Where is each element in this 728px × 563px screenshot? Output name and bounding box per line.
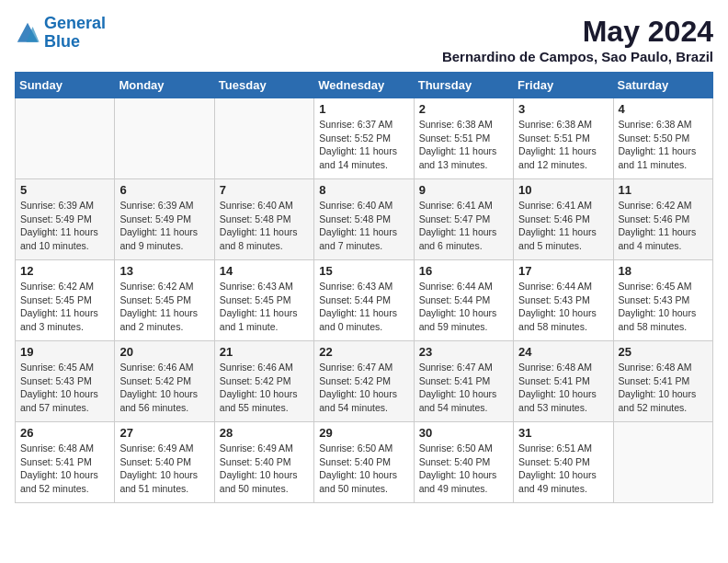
day-number: 15 [319,264,408,278]
day-number: 9 [419,183,508,197]
day-info: Sunrise: 6:42 AM Sunset: 5:45 PM Dayligh… [20,280,109,334]
day-info: Sunrise: 6:43 AM Sunset: 5:44 PM Dayligh… [319,280,408,334]
day-info: Sunrise: 6:51 AM Sunset: 5:40 PM Dayligh… [518,442,608,496]
calendar-cell: 26Sunrise: 6:48 AM Sunset: 5:41 PM Dayli… [16,422,115,503]
day-info: Sunrise: 6:38 AM Sunset: 5:51 PM Dayligh… [419,118,508,172]
header-cell-thursday: Thursday [414,73,513,98]
day-number: 25 [619,345,708,359]
page-header: General Blue May 2024 Bernardino de Camp… [15,15,713,64]
day-info: Sunrise: 6:41 AM Sunset: 5:46 PM Dayligh… [518,199,608,253]
day-info: Sunrise: 6:39 AM Sunset: 5:49 PM Dayligh… [20,199,109,253]
day-info: Sunrise: 6:50 AM Sunset: 5:40 PM Dayligh… [319,442,408,496]
day-info: Sunrise: 6:40 AM Sunset: 5:48 PM Dayligh… [220,199,309,253]
month-title: May 2024 [442,15,713,49]
day-number: 26 [20,426,109,440]
day-number: 12 [20,264,109,278]
day-number: 6 [119,183,209,197]
calendar-cell: 4Sunrise: 6:38 AM Sunset: 5:50 PM Daylig… [613,98,712,179]
day-number: 27 [119,426,209,440]
day-info: Sunrise: 6:45 AM Sunset: 5:43 PM Dayligh… [20,361,109,415]
calendar-cell: 2Sunrise: 6:38 AM Sunset: 5:51 PM Daylig… [414,98,513,179]
day-number: 7 [220,183,309,197]
calendar-cell: 17Sunrise: 6:44 AM Sunset: 5:43 PM Dayli… [514,260,613,341]
day-info: Sunrise: 6:49 AM Sunset: 5:40 PM Dayligh… [220,442,309,496]
header-cell-saturday: Saturday [613,73,712,98]
calendar-cell: 13Sunrise: 6:42 AM Sunset: 5:45 PM Dayli… [115,260,214,341]
day-info: Sunrise: 6:44 AM Sunset: 5:44 PM Dayligh… [419,280,508,334]
logo-icon [15,20,40,46]
day-info: Sunrise: 6:44 AM Sunset: 5:43 PM Dayligh… [518,280,608,334]
day-number: 2 [419,102,508,116]
calendar-week-row: 26Sunrise: 6:48 AM Sunset: 5:41 PM Dayli… [16,422,713,503]
day-info: Sunrise: 6:45 AM Sunset: 5:43 PM Dayligh… [619,280,708,334]
calendar-cell: 8Sunrise: 6:40 AM Sunset: 5:48 PM Daylig… [314,179,414,260]
location-title: Bernardino de Campos, Sao Paulo, Brazil [442,49,713,64]
day-number: 17 [518,264,608,278]
day-number: 19 [20,345,109,359]
day-info: Sunrise: 6:37 AM Sunset: 5:52 PM Dayligh… [319,118,408,172]
calendar-cell: 1Sunrise: 6:37 AM Sunset: 5:52 PM Daylig… [314,98,414,179]
header-cell-monday: Monday [115,73,214,98]
day-number: 30 [419,426,508,440]
logo: General Blue [15,15,106,52]
calendar-cell: 14Sunrise: 6:43 AM Sunset: 5:45 PM Dayli… [214,260,313,341]
day-info: Sunrise: 6:42 AM Sunset: 5:45 PM Dayligh… [119,280,209,334]
calendar-cell: 16Sunrise: 6:44 AM Sunset: 5:44 PM Dayli… [414,260,513,341]
calendar-cell: 9Sunrise: 6:41 AM Sunset: 5:47 PM Daylig… [414,179,513,260]
calendar-cell [115,98,214,179]
calendar-cell: 23Sunrise: 6:47 AM Sunset: 5:41 PM Dayli… [414,341,513,422]
day-info: Sunrise: 6:49 AM Sunset: 5:40 PM Dayligh… [119,442,209,496]
header-cell-friday: Friday [514,73,613,98]
calendar-week-row: 5Sunrise: 6:39 AM Sunset: 5:49 PM Daylig… [16,179,713,260]
day-number: 20 [119,345,209,359]
calendar-cell: 31Sunrise: 6:51 AM Sunset: 5:40 PM Dayli… [514,422,613,503]
day-info: Sunrise: 6:42 AM Sunset: 5:46 PM Dayligh… [619,199,708,253]
day-number: 23 [419,345,508,359]
day-info: Sunrise: 6:46 AM Sunset: 5:42 PM Dayligh… [220,361,309,415]
day-info: Sunrise: 6:43 AM Sunset: 5:45 PM Dayligh… [220,280,309,334]
title-block: May 2024 Bernardino de Campos, Sao Paulo… [442,15,713,64]
calendar-cell: 19Sunrise: 6:45 AM Sunset: 5:43 PM Dayli… [16,341,115,422]
day-info: Sunrise: 6:39 AM Sunset: 5:49 PM Dayligh… [119,199,209,253]
day-number: 18 [619,264,708,278]
calendar-cell [16,98,115,179]
calendar-cell [613,422,712,503]
day-number: 10 [518,183,608,197]
calendar-cell: 29Sunrise: 6:50 AM Sunset: 5:40 PM Dayli… [314,422,414,503]
calendar-cell: 30Sunrise: 6:50 AM Sunset: 5:40 PM Dayli… [414,422,513,503]
calendar-table: SundayMondayTuesdayWednesdayThursdayFrid… [15,72,713,503]
header-cell-tuesday: Tuesday [214,73,313,98]
calendar-cell: 18Sunrise: 6:45 AM Sunset: 5:43 PM Dayli… [613,260,712,341]
day-info: Sunrise: 6:46 AM Sunset: 5:42 PM Dayligh… [119,361,209,415]
calendar-cell: 20Sunrise: 6:46 AM Sunset: 5:42 PM Dayli… [115,341,214,422]
calendar-cell: 28Sunrise: 6:49 AM Sunset: 5:40 PM Dayli… [214,422,313,503]
calendar-week-row: 1Sunrise: 6:37 AM Sunset: 5:52 PM Daylig… [16,98,713,179]
header-cell-sunday: Sunday [16,73,115,98]
calendar-week-row: 12Sunrise: 6:42 AM Sunset: 5:45 PM Dayli… [16,260,713,341]
day-number: 4 [619,102,708,116]
calendar-cell: 10Sunrise: 6:41 AM Sunset: 5:46 PM Dayli… [514,179,613,260]
calendar-cell: 3Sunrise: 6:38 AM Sunset: 5:51 PM Daylig… [514,98,613,179]
calendar-header-row: SundayMondayTuesdayWednesdayThursdayFrid… [16,73,713,98]
day-number: 5 [20,183,109,197]
logo-text: General Blue [44,15,106,52]
day-number: 31 [518,426,608,440]
day-info: Sunrise: 6:38 AM Sunset: 5:51 PM Dayligh… [518,118,608,172]
calendar-cell: 15Sunrise: 6:43 AM Sunset: 5:44 PM Dayli… [314,260,414,341]
calendar-cell: 5Sunrise: 6:39 AM Sunset: 5:49 PM Daylig… [16,179,115,260]
day-info: Sunrise: 6:47 AM Sunset: 5:41 PM Dayligh… [419,361,508,415]
day-number: 13 [119,264,209,278]
day-info: Sunrise: 6:48 AM Sunset: 5:41 PM Dayligh… [518,361,608,415]
day-info: Sunrise: 6:50 AM Sunset: 5:40 PM Dayligh… [419,442,508,496]
calendar-cell: 12Sunrise: 6:42 AM Sunset: 5:45 PM Dayli… [16,260,115,341]
calendar-cell: 27Sunrise: 6:49 AM Sunset: 5:40 PM Dayli… [115,422,214,503]
calendar-cell: 21Sunrise: 6:46 AM Sunset: 5:42 PM Dayli… [214,341,313,422]
day-number: 28 [220,426,309,440]
day-number: 3 [518,102,608,116]
calendar-cell: 6Sunrise: 6:39 AM Sunset: 5:49 PM Daylig… [115,179,214,260]
day-number: 16 [419,264,508,278]
day-info: Sunrise: 6:38 AM Sunset: 5:50 PM Dayligh… [619,118,708,172]
day-number: 8 [319,183,408,197]
calendar-cell: 7Sunrise: 6:40 AM Sunset: 5:48 PM Daylig… [214,179,313,260]
day-number: 11 [619,183,708,197]
